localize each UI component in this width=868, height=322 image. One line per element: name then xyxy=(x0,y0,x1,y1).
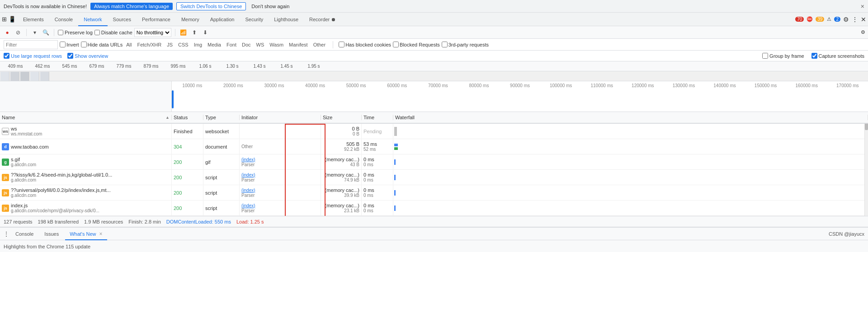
blocked-cookies-checkbox[interactable] xyxy=(339,42,344,47)
timeline-header: 409 ms 462 ms 545 ms 679 ms 779 ms 879 m… xyxy=(0,61,868,71)
hide-data-urls-label[interactable]: Hide data URLs xyxy=(81,42,123,47)
waterfall-selection-indicator xyxy=(172,90,174,108)
network-conditions-icon[interactable]: 📶 xyxy=(179,28,188,37)
header-name[interactable]: Name ▲ xyxy=(0,115,172,120)
export-har-icon[interactable]: ⬇ xyxy=(201,28,210,37)
row-initiator-cell xyxy=(240,124,321,139)
show-overview-checkbox[interactable] xyxy=(67,53,73,59)
blocked-requests-checkbox[interactable] xyxy=(393,42,399,47)
tab-lighthouse[interactable]: Lighthouse xyxy=(269,13,304,26)
filter-manifest[interactable]: Manifest xyxy=(287,42,310,47)
scrollbar[interactable] xyxy=(864,112,868,216)
header-time[interactable]: Time xyxy=(362,115,393,120)
tab-console[interactable]: Console xyxy=(49,13,78,26)
filter-icon[interactable]: ▾ xyxy=(30,28,39,37)
large-rows-option[interactable]: Use large request rows xyxy=(4,53,62,59)
filter-input[interactable] xyxy=(4,40,58,49)
table-scroll-area[interactable]: ws ws ws.mmstat.com Finished websocket 0… xyxy=(0,124,868,216)
header-initiator[interactable]: Initiator xyxy=(240,115,321,120)
screenshot-thumb[interactable] xyxy=(40,72,49,81)
settings-icon[interactable]: ⚙ xyxy=(843,16,849,23)
search-icon[interactable]: 🔍 xyxy=(41,28,50,37)
tl-mark-10: 1.45 s xyxy=(273,64,300,69)
tab-application[interactable]: Application xyxy=(205,13,240,26)
row-name-cell: js ??kissy/k/6.2.4/seed-min.js,kg/global… xyxy=(0,170,172,185)
invert-label[interactable]: Invert xyxy=(60,42,79,47)
filter-other[interactable]: Other xyxy=(311,42,328,47)
disable-cache-label[interactable]: Disable cache xyxy=(94,30,132,35)
group-by-frame-option[interactable]: Group by frame xyxy=(762,53,804,59)
bottom-tab-console[interactable]: Console xyxy=(11,228,38,240)
capture-screenshots-option[interactable]: Capture screenshots xyxy=(811,53,865,59)
filter-font[interactable]: Font xyxy=(225,42,238,47)
header-status[interactable]: Status xyxy=(172,115,203,120)
waterfall-bar-taobao-1 xyxy=(394,144,398,146)
filter-wasm[interactable]: Wasm xyxy=(268,42,285,47)
third-party-checkbox[interactable] xyxy=(442,42,448,47)
capture-screenshots-checkbox[interactable] xyxy=(811,53,817,59)
filter-js[interactable]: JS xyxy=(165,42,175,47)
table-row[interactable]: d www.taobao.com 304 document Other 505 … xyxy=(0,139,868,154)
tab-recorder[interactable]: Recorder ⏺ xyxy=(304,13,341,26)
screenshot-thumb[interactable] xyxy=(0,72,9,81)
throttling-select[interactable]: No throttling Fast 3G Slow 3G Offline xyxy=(134,28,171,37)
import-har-icon[interactable]: ⬆ xyxy=(190,28,199,37)
close-whats-new-button[interactable]: × xyxy=(99,231,103,237)
filter-media[interactable]: Media xyxy=(206,42,223,47)
row-waterfall-cell xyxy=(393,154,868,169)
more-icon[interactable]: ⋮ xyxy=(852,16,858,23)
screenshot-thumb[interactable] xyxy=(30,72,39,81)
tab-performance[interactable]: Performance xyxy=(137,13,176,26)
large-rows-checkbox[interactable] xyxy=(4,53,9,59)
filter-all[interactable]: All xyxy=(124,42,133,47)
group-by-frame-checkbox[interactable] xyxy=(762,53,768,59)
tab-network[interactable]: Network xyxy=(78,13,107,26)
table-row[interactable]: ws ws ws.mmstat.com Finished websocket 0… xyxy=(0,124,868,139)
bottom-tab-issues[interactable]: Issues xyxy=(40,228,63,240)
screenshot-thumb[interactable] xyxy=(10,72,19,81)
error-icon: ⛔ xyxy=(807,16,813,22)
device-icon[interactable]: 📱 xyxy=(9,16,16,23)
bottom-tab-whats-new[interactable]: What's New × xyxy=(65,228,107,240)
preserve-log-label[interactable]: Preserve log xyxy=(58,30,93,35)
wf-label-14: 150000 ms xyxy=(745,83,786,88)
dock-icon[interactable]: ⊞ xyxy=(2,16,7,23)
tab-security[interactable]: Security xyxy=(240,13,269,26)
table-row[interactable]: js ??kissy/k/6.2.4/seed-min.js,kg/global… xyxy=(0,170,868,185)
always-match-language-button[interactable]: Always match Chrome's language xyxy=(90,3,173,10)
table-row[interactable]: js ??universal/polyfill/0.0.2/p/index/in… xyxy=(0,185,868,201)
filter-img[interactable]: Img xyxy=(192,42,204,47)
record-button[interactable]: ● xyxy=(3,28,12,37)
switch-devtools-button[interactable]: Switch DevTools to Chinese xyxy=(176,2,246,10)
tl-mark-1: 462 ms xyxy=(29,64,56,69)
third-party-label[interactable]: 3rd-party requests xyxy=(442,42,489,47)
devtools-icons: ⊞ 📱 xyxy=(2,16,16,23)
table-row[interactable]: g s.gif g.alicdn.com 200 gif (index) Par… xyxy=(0,154,868,170)
dont-show-again-link[interactable]: Don't show again xyxy=(251,4,289,9)
banner-close-button[interactable]: × xyxy=(861,3,864,10)
bottom-more-icon[interactable]: ⋮ xyxy=(4,231,9,237)
screenshot-thumb[interactable] xyxy=(20,72,29,81)
filter-css[interactable]: CSS xyxy=(176,42,190,47)
tab-sources[interactable]: Sources xyxy=(108,13,137,26)
blocked-requests-label[interactable]: Blocked Requests xyxy=(393,42,440,47)
filter-ws[interactable]: WS xyxy=(255,42,266,47)
hide-data-urls-checkbox[interactable] xyxy=(81,42,87,47)
header-waterfall[interactable]: Waterfall xyxy=(393,115,868,120)
invert-checkbox[interactable] xyxy=(60,42,66,47)
clear-button[interactable]: ⊘ xyxy=(14,28,23,37)
undock-icon[interactable]: ✕ xyxy=(861,16,866,23)
tab-elements[interactable]: Elements xyxy=(18,13,49,26)
waterfall-bar-indexjs xyxy=(394,205,396,211)
header-type[interactable]: Type xyxy=(203,115,240,120)
settings-icon-right[interactable]: ⚙ xyxy=(861,29,865,35)
blocked-cookies-label[interactable]: Has blocked cookies xyxy=(339,42,391,47)
disable-cache-checkbox[interactable] xyxy=(94,30,100,35)
preserve-log-checkbox[interactable] xyxy=(58,30,63,35)
filter-doc[interactable]: Doc xyxy=(240,42,253,47)
show-overview-option[interactable]: Show overview xyxy=(67,53,108,59)
header-size[interactable]: Size xyxy=(321,115,362,120)
table-row[interactable]: js index.js g.alicdn.com/code/npm/@ali/p… xyxy=(0,201,868,216)
tab-memory[interactable]: Memory xyxy=(176,13,205,26)
filter-fetch-xhr[interactable]: Fetch/XHR xyxy=(135,42,163,47)
